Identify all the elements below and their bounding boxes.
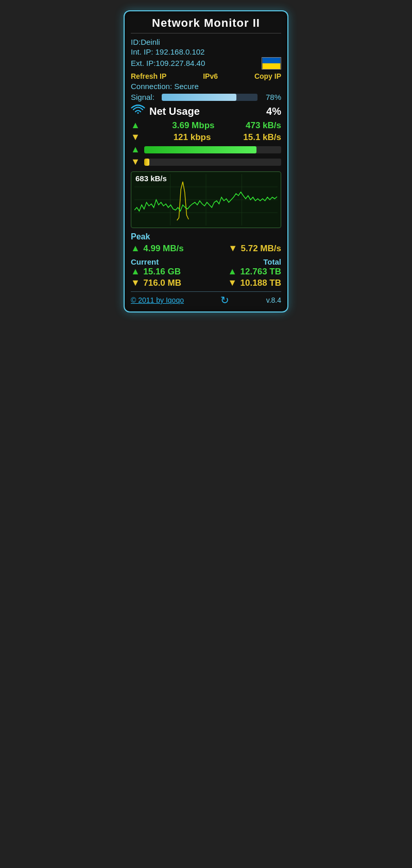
svg-rect-0 [263, 58, 281, 63]
id-value: Deinli [141, 38, 160, 46]
footer-row: © 2011 by Iqoqo ↻ v.8.4 [131, 291, 281, 306]
download-bar-arrow-icon: ▼ [131, 157, 140, 167]
peak-row: ▲ 4.99 MB/s ▼ 5.72 MB/s [131, 243, 281, 254]
download-speed-kbs: 15.1 kB/s [243, 132, 281, 143]
peak-download-arrow-icon: ▼ [228, 243, 237, 253]
ipv6-button[interactable]: IPv6 [203, 72, 218, 80]
ext-ip-value: 109.227.84.40 [156, 59, 205, 67]
signal-row: Signal: 78% [131, 93, 281, 101]
current-label: Current [131, 257, 159, 266]
upload-speed-kbs: 473 kB/s [246, 120, 281, 131]
current-upload-value: 15.16 GB [143, 267, 181, 276]
upload-speed-row: ▲ 3.69 Mbps 473 kB/s [131, 120, 281, 131]
peak-download-group: ▼ 5.72 MB/s [228, 243, 281, 254]
total-upload-value: 12.763 TB [241, 267, 281, 276]
ext-ip-row: Ext. IP: 109.227.84.40 [131, 57, 281, 70]
download-bar-fill [144, 159, 150, 166]
refresh-ip-button[interactable]: Refresh IP [131, 72, 166, 80]
id-label: ID: [131, 38, 141, 46]
peak-upload-arrow-icon: ▲ [131, 243, 140, 253]
upload-bar-fill [144, 146, 256, 153]
total-upload-group: ▲ 12.763 TB [228, 266, 281, 277]
net-usage-row: Net Usage 4% [131, 105, 281, 118]
total-label: Total [263, 257, 281, 266]
footer-link[interactable]: © 2011 by Iqoqo [131, 296, 184, 304]
peak-label: Peak [131, 232, 281, 241]
current-download-value: 716.0 MB [143, 278, 181, 288]
download-speed-kbps: 121 kbps [174, 132, 211, 143]
signal-percent: 78% [262, 93, 281, 101]
wifi-icon [131, 105, 145, 118]
version-label: v.8.4 [266, 296, 281, 304]
current-upload-arrow-icon: ▲ [131, 266, 140, 276]
upload-bar-background [144, 146, 281, 153]
connection-line: Connection: Secure [131, 82, 281, 91]
peak-download-value: 5.72 MB/s [241, 244, 281, 253]
id-line: ID:Deinli [131, 38, 281, 46]
net-usage-label: Net Usage [149, 106, 262, 117]
svg-rect-1 [263, 63, 281, 69]
net-usage-percent: 4% [266, 106, 281, 117]
signal-label: Signal: [131, 93, 158, 101]
network-monitor-widget: Network Monitor II ID:Deinli Int. IP: 19… [124, 10, 288, 313]
chart-section: 683 kB/s [131, 171, 281, 228]
current-download-group: ▼ 716.0 MB [131, 277, 181, 288]
copy-ip-button[interactable]: Copy IP [254, 72, 281, 80]
upload-bar-arrow-icon: ▲ [131, 144, 140, 155]
upload-bar-row: ▲ [131, 144, 281, 155]
total-download-value: 10.188 TB [241, 278, 281, 288]
download-total-row: ▼ 716.0 MB ▼ 10.188 TB [131, 277, 281, 288]
int-ip-value: 192.168.0.102 [156, 47, 205, 56]
total-download-arrow-icon: ▼ [228, 277, 237, 288]
total-download-group: ▼ 10.188 TB [228, 277, 281, 288]
flag-ukraine [262, 57, 281, 70]
refresh-icon[interactable]: ↻ [220, 294, 229, 306]
connection-value: Secure [174, 82, 199, 91]
connection-label: Connection: [131, 82, 172, 91]
chart-speed-label: 683 kB/s [135, 174, 167, 183]
action-row: Refresh IP IPv6 Copy IP [131, 72, 281, 80]
download-bar-row: ▼ [131, 157, 281, 167]
widget-title: Network Monitor II [131, 16, 281, 33]
total-upload-arrow-icon: ▲ [228, 266, 237, 276]
int-ip-label: Int. IP: [131, 47, 153, 56]
peak-upload-value: 4.99 MB/s [143, 244, 183, 253]
upload-total-row: ▲ 15.16 GB ▲ 12.763 TB [131, 266, 281, 277]
upload-speed-mbps: 3.69 Mbps [172, 120, 214, 131]
download-speed-row: ▼ 121 kbps 15.1 kB/s [131, 132, 281, 143]
int-ip-line: Int. IP: 192.168.0.102 [131, 47, 281, 56]
signal-bar-background [162, 94, 258, 101]
ext-ip-line: Ext. IP: 109.227.84.40 [131, 59, 205, 67]
current-upload-group: ▲ 15.16 GB [131, 266, 181, 277]
current-download-arrow-icon: ▼ [131, 277, 140, 288]
download-bar-background [144, 159, 281, 166]
current-total-header: Current Total [131, 255, 281, 266]
peak-upload-group: ▲ 4.99 MB/s [131, 243, 184, 254]
upload-arrow-icon: ▲ [131, 120, 140, 131]
ext-ip-label: Ext. IP: [131, 59, 156, 67]
signal-bar-fill [162, 94, 236, 101]
download-arrow-icon: ▼ [131, 132, 140, 143]
